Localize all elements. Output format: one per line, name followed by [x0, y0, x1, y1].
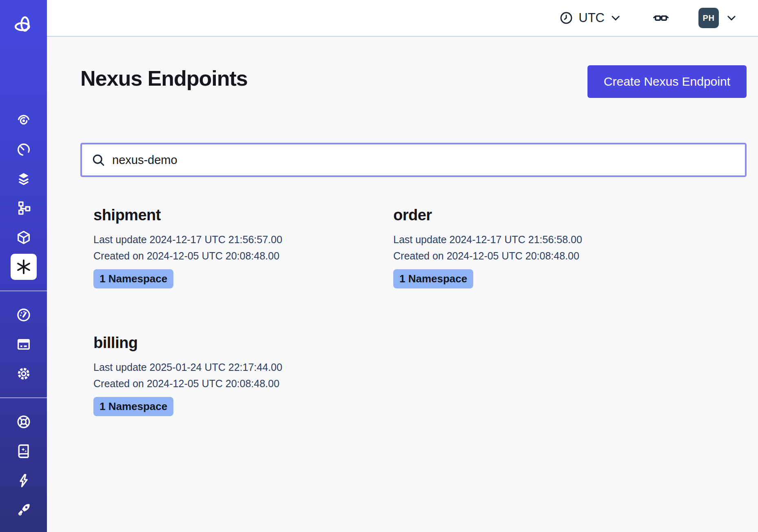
page-title: Nexus Endpoints	[80, 65, 248, 91]
account-menu[interactable]: PH	[698, 8, 738, 28]
sidebar-nav-account	[0, 302, 47, 387]
chevron-down-icon	[610, 12, 622, 24]
sidebar-item-settings[interactable]	[11, 361, 37, 387]
deployments-icon	[16, 200, 32, 216]
namespaces-icon	[16, 229, 32, 246]
namespace-badge: 1 Namespace	[393, 269, 473, 288]
endpoint-name: order	[393, 206, 693, 224]
clock-icon	[559, 11, 574, 25]
view-options-button[interactable]	[652, 9, 670, 27]
sidebar-item-docs[interactable]	[11, 438, 37, 464]
usage-gauge-icon	[16, 307, 32, 323]
chevron-down-icon	[725, 12, 738, 24]
namespace-badge: 1 Namespace	[93, 397, 173, 416]
avatar: PH	[698, 8, 719, 28]
workflows-icon	[16, 112, 32, 128]
sidebar-item-support[interactable]	[11, 409, 37, 435]
endpoint-created-on: Created on 2024-12-05 UTC 20:08:48.00	[93, 248, 393, 264]
batch-operations-icon	[16, 171, 32, 187]
schedules-icon	[16, 141, 32, 157]
endpoint-search[interactable]	[80, 143, 747, 177]
endpoint-created-on: Created on 2024-12-05 UTC 20:08:48.00	[93, 375, 393, 392]
search-icon	[91, 153, 106, 167]
timezone-selector[interactable]: UTC	[559, 11, 622, 25]
endpoint-last-update: Last update 2024-12-17 UTC 21:56:57.00	[93, 231, 393, 248]
temporal-logo-icon[interactable]	[14, 16, 33, 35]
sidebar-item-schedules[interactable]	[11, 136, 37, 162]
sidebar-item-deployments[interactable]	[11, 195, 37, 221]
glasses-icon	[652, 9, 670, 27]
endpoint-name: billing	[93, 334, 393, 352]
sidebar-nav-help	[0, 409, 47, 523]
namespace-badge: 1 Namespace	[93, 269, 173, 288]
billing-card-icon	[16, 336, 32, 352]
sidebar-item-usage[interactable]	[11, 302, 37, 328]
nexus-asterisk-icon	[15, 258, 32, 275]
endpoint-created-on: Created on 2024-12-05 UTC 20:08:48.00	[393, 248, 693, 264]
sidebar-item-namespaces[interactable]	[11, 224, 37, 250]
create-nexus-endpoint-button[interactable]: Create Nexus Endpoint	[587, 65, 747, 98]
sidebar-item-getting-started[interactable]	[11, 497, 37, 523]
endpoint-list: shipment Last update 2024-12-17 UTC 21:5…	[93, 206, 747, 416]
support-lifebuoy-icon	[16, 414, 32, 430]
docs-book-icon	[16, 443, 32, 459]
sidebar-item-billing[interactable]	[11, 331, 37, 357]
sidebar-divider	[0, 397, 47, 398]
endpoint-name: shipment	[93, 206, 393, 224]
settings-gear-icon	[16, 366, 32, 382]
endpoint-last-update: Last update 2025-01-24 UTC 22:17:44.00	[93, 359, 393, 375]
sidebar-divider	[0, 290, 47, 291]
sidebar-item-batch-operations[interactable]	[11, 166, 37, 192]
timezone-label: UTC	[578, 11, 605, 25]
top-bar: UTC PH	[47, 0, 758, 37]
page-head: Nexus Endpoints Create Nexus Endpoint	[80, 65, 747, 98]
sidebar	[0, 0, 47, 532]
search-input[interactable]	[112, 153, 736, 167]
lightning-icon	[16, 472, 32, 489]
sidebar-item-workflows[interactable]	[11, 107, 37, 133]
endpoint-card-order[interactable]: order Last update 2024-12-17 UTC 21:56:5…	[393, 206, 693, 288]
sidebar-nav-primary	[0, 107, 47, 280]
rocket-icon	[16, 502, 32, 518]
endpoint-card-billing[interactable]: billing Last update 2025-01-24 UTC 22:17…	[93, 334, 393, 416]
main-content: Nexus Endpoints Create Nexus Endpoint sh…	[47, 37, 758, 532]
endpoint-card-shipment[interactable]: shipment Last update 2024-12-17 UTC 21:5…	[93, 206, 393, 288]
endpoint-last-update: Last update 2024-12-17 UTC 21:56:58.00	[393, 231, 693, 248]
sidebar-item-nexus[interactable]	[11, 254, 37, 280]
sidebar-item-feedback[interactable]	[11, 468, 37, 494]
